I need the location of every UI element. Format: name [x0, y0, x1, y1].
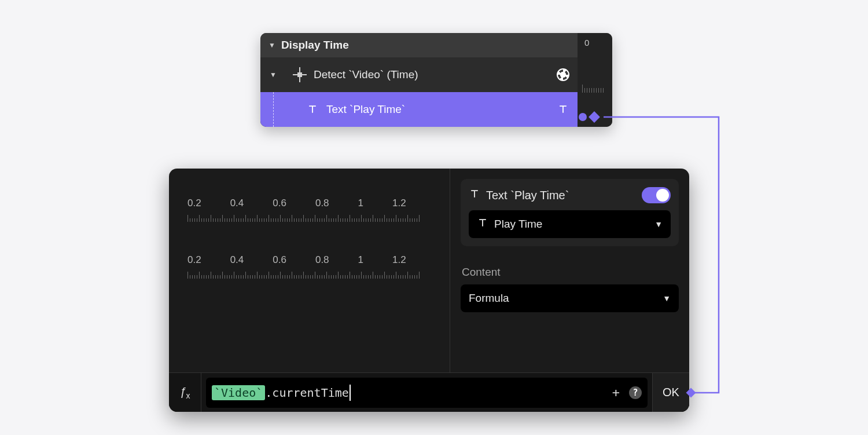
section-label-content: Content: [462, 266, 679, 279]
content-type-value: Formula: [469, 292, 509, 305]
tree-indent: [273, 92, 299, 127]
ruler-labels: 0.2 0.4 0.6 0.8 1 1.2: [187, 198, 439, 209]
chevron-down-icon: ▼: [260, 71, 286, 79]
chevron-down-icon: ▼: [269, 41, 275, 49]
formula-rest: .currentTime: [265, 386, 349, 400]
add-icon[interactable]: +: [612, 385, 620, 400]
layer-row-detect[interactable]: ▼ Detect `Video` (Time): [260, 57, 578, 92]
ok-button-label: OK: [663, 386, 679, 399]
inspector-target-card: Text `Play Time` Play Time ▼: [461, 179, 679, 246]
help-icon[interactable]: ?: [629, 386, 642, 399]
ruler-label: 0.2: [187, 254, 201, 266]
ruler-label: 0.4: [230, 198, 244, 209]
detect-icon: [293, 68, 307, 82]
keyframe-markers: [579, 113, 598, 121]
chevron-down-icon: ▼: [663, 294, 671, 303]
layer-row-text[interactable]: Text `Play Time`: [260, 92, 578, 127]
gutter-zero-label: 0: [578, 33, 612, 47]
ruler-ticks: [187, 213, 439, 222]
ruler-label: 1.2: [392, 198, 406, 209]
keyframe-dot-icon: [579, 113, 587, 121]
ruler-label: 1: [358, 254, 363, 266]
ruler-ticks: [187, 269, 439, 279]
ruler-label: 0.6: [273, 254, 286, 266]
ruler-label: 0.8: [315, 254, 329, 266]
formula-input[interactable]: `Video`.currentTime + ?: [206, 378, 648, 408]
layer-row-label: Text `Play Time`: [326, 103, 549, 116]
inspector-title: Text `Play Time`: [486, 189, 636, 202]
text-icon: [477, 217, 488, 232]
ruler-labels: 0.2 0.4 0.6 0.8 1 1.2: [187, 254, 439, 266]
ruler-label: 0.2: [187, 198, 201, 209]
gutter-ruler: [582, 85, 610, 93]
reel-icon: [556, 67, 571, 82]
keyframe-diamond-icon: [589, 111, 600, 123]
ok-button[interactable]: OK: [652, 373, 689, 412]
ruler-label: 0.4: [230, 254, 244, 266]
timeline-rulers: 0.2 0.4 0.6 0.8 1 1.2: [169, 169, 450, 372]
group-title: Display Time: [281, 39, 349, 52]
timeline-ruler[interactable]: 0.2 0.4 0.6 0.8 1 1.2: [187, 198, 439, 222]
fx-button[interactable]: ƒx: [169, 373, 201, 412]
chevron-down-icon: ▼: [654, 220, 663, 229]
ruler-label: 0.8: [315, 198, 329, 209]
ruler-label: 1.2: [392, 254, 406, 266]
layer-row-label: Detect `Video` (Time): [314, 68, 549, 81]
text-icon: [469, 188, 480, 203]
content-type-select[interactable]: Formula ▼: [461, 284, 679, 312]
target-select[interactable]: Play Time ▼: [469, 210, 671, 238]
formula-bar: ƒx `Video`.currentTime + ? OK: [169, 372, 689, 412]
text-caret: [350, 385, 351, 401]
timeline-ruler[interactable]: 0.2 0.4 0.6 0.8 1 1.2: [187, 254, 439, 279]
group-header[interactable]: ▼ Display Time: [260, 33, 578, 57]
target-select-value: Play Time: [494, 218, 542, 231]
ruler-label: 0.6: [273, 198, 286, 209]
text-icon: [556, 102, 571, 117]
inspector-panel: 0.2 0.4 0.6 0.8 1 1.2: [169, 169, 689, 412]
ruler-label: 1: [358, 198, 363, 209]
enable-toggle[interactable]: [642, 187, 671, 203]
layer-panel-main: ▼ Display Time ▼ Detect `Video` (Time) T…: [260, 33, 578, 127]
inspector: Text `Play Time` Play Time ▼ Content For…: [450, 169, 689, 372]
text-icon: [306, 103, 319, 116]
formula-token: `Video`: [212, 385, 265, 400]
layer-panel: ▼ Display Time ▼ Detect `Video` (Time) T…: [260, 33, 612, 127]
